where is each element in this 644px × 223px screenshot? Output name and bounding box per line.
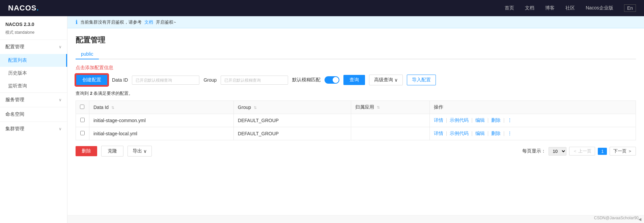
select-all-checkbox[interactable] [80,105,84,109]
sidebar-item-listener[interactable]: 监听查询 [0,80,67,92]
tab-public[interactable]: public [76,49,99,59]
bottom-left-actions: 删除 克隆 导出 ∨ [76,146,152,157]
alert-text2: 开启鉴权~ [156,19,176,25]
chevron-down-icon-export: ∨ [143,148,147,154]
table-header-actions: 操作 [429,101,636,114]
nav-enterprise[interactable]: Nacos企业版 [586,5,613,11]
export-button[interactable]: 导出 ∨ [128,146,152,157]
sidebar-item-history[interactable]: 历史版本 [0,67,67,80]
table-header-checkbox [76,101,89,114]
sort-icon-app[interactable]: ⇅ [377,105,380,109]
clone-button[interactable]: 克隆 [101,146,123,157]
toggle-switch[interactable] [325,76,339,84]
sort-icon-data-id[interactable]: ⇅ [111,106,114,110]
bottom-toolbar: 删除 克隆 导出 ∨ 每页显示： 10 20 50 ＜ 上一页 1 [76,146,636,157]
nav-community[interactable]: 社区 [565,5,575,11]
sidebar-group-namespace[interactable]: 命名空间 [0,107,67,121]
alert-text: 当前集群没有开启鉴权，请参考 [80,19,142,25]
query-button[interactable]: 查询 [343,75,365,85]
lang-switcher[interactable]: En [624,4,636,12]
row2-edit-link[interactable]: 编辑 [475,131,485,136]
table-header-group: Group ⇅ [234,101,351,114]
sidebar-group-config[interactable]: 配置管理 ∨ [0,40,67,54]
row1-actions: 详情 | 示例代码 | 编辑 | 删除 | ⋮ [429,114,636,127]
row1-edit-link[interactable]: 编辑 [475,117,485,123]
row2-detail-link[interactable]: 详情 [434,131,443,136]
row1-checkbox-cell [76,114,89,127]
toolbar: 创建配置 Data ID Group 默认模糊匹配 查询 高级查询 ∨ 导入配置 [76,74,636,86]
row2-data-id: initial-stage-local.yml [89,127,234,140]
table-header-app: 归属应用 ⇅ [351,101,429,114]
data-id-input[interactable] [132,76,199,85]
table-row: initial-stage-common.yml DEFAULT_GROUP 详… [76,114,636,127]
nav-blog[interactable]: 博客 [545,5,555,11]
tabs: public [76,49,636,59]
toggle-knob [333,77,339,83]
data-id-label: Data ID [112,77,128,83]
page-size-label: 每页显示： [522,148,546,154]
row1-detail-link[interactable]: 详情 [434,117,443,123]
page-content: 配置管理 public 点击添加配置信息 创建配置 Data ID Group … [67,28,644,215]
logo: NACOS. [8,4,39,12]
sidebar-version: NACOS 2.3.0 [0,16,67,28]
result-number: 2 [90,91,92,96]
main-content-area: ℹ 当前集群没有开启鉴权，请参考 文档 开启鉴权~ 配置管理 public 点击… [67,16,644,223]
group-label: Group [203,77,217,83]
advanced-query-button[interactable]: 高级查询 ∨ [369,75,403,85]
sidebar-service-section: 服务管理 ∨ [0,92,67,107]
page-title: 配置管理 [76,35,636,45]
row2-sample-link[interactable]: 示例代码 [450,131,469,136]
sidebar-cluster-section: 集群管理 ∨ [0,121,67,136]
sidebar-group-cluster[interactable]: 集群管理 ∨ [0,122,67,136]
top-nav-links: 首页 文档 博客 社区 Nacos企业版 En [505,4,636,12]
next-page-button[interactable]: 下一页 ＞ [610,147,636,156]
nav-docs[interactable]: 文档 [525,5,534,11]
row1-data-id: initial-stage-common.yml [89,114,234,127]
table-row: initial-stage-local.yml DEFAULT_GROUP 详情… [76,127,636,140]
sidebar-config-section: 配置管理 ∨ 配置列表 历史版本 监听查询 [0,39,67,92]
row2-more-button[interactable]: ⋮ [507,131,512,136]
group-input[interactable] [221,76,288,85]
sidebar-mode: 模式 standalone [0,28,67,39]
chevron-right-icon: ∨ [59,97,62,102]
main-layout: NACOS 2.3.0 模式 standalone 配置管理 ∨ 配置列表 历史… [0,16,644,223]
alert-link[interactable]: 文档 [144,19,153,25]
sidebar: NACOS 2.3.0 模式 standalone 配置管理 ∨ 配置列表 历史… [0,16,67,223]
top-navigation: NACOS. 首页 文档 博客 社区 Nacos企业版 En [0,0,644,16]
alert-bar: ℹ 当前集群没有开启鉴权，请参考 文档 开启鉴权~ [67,16,644,28]
chevron-down-icon-advanced: ∨ [394,77,398,83]
info-icon: ℹ [76,19,78,25]
row1-delete-link[interactable]: 删除 [491,117,501,123]
row2-app [351,127,429,140]
row2-actions: 详情 | 示例代码 | 编辑 | 删除 | ⋮ [429,127,636,140]
row1-checkbox[interactable] [80,118,85,122]
row2-checkbox[interactable] [80,131,85,135]
row2-checkbox-cell [76,127,89,140]
current-page: 1 [598,148,607,155]
nav-home[interactable]: 首页 [505,5,514,11]
config-table: Data Id ⇅ Group ⇅ 归属应用 ⇅ 操作 [76,101,636,140]
page-size-select[interactable]: 10 20 50 [549,147,566,156]
row1-more-button[interactable]: ⋮ [507,117,512,123]
hint-text: 点击添加配置信息 [76,65,636,71]
scroll-hint: ◀ [67,215,644,223]
pagination: 每页显示： 10 20 50 ＜ 上一页 1 下一页 ＞ [522,147,636,156]
fuzzy-toggle[interactable] [325,76,339,84]
row1-app [351,114,429,127]
result-count: 查询到 2 条满足要求的配置。 [76,90,636,96]
row2-delete-link[interactable]: 删除 [491,131,501,136]
chevron-down-icon: ∨ [59,45,62,49]
create-config-button[interactable]: 创建配置 [76,74,108,86]
chevron-down-icon-cluster: ∨ [59,127,62,131]
prev-page-button[interactable]: ＜ 上一页 [569,147,595,156]
sidebar-item-config-list[interactable]: 配置列表 [0,54,67,67]
sidebar-group-service[interactable]: 服务管理 ∨ [0,93,67,107]
sort-icon-group[interactable]: ⇅ [254,106,257,110]
table-header-data-id: Data Id ⇅ [89,101,234,114]
row1-sample-link[interactable]: 示例代码 [450,117,469,123]
import-config-button[interactable]: 导入配置 [407,75,436,85]
sidebar-namespace-section: 命名空间 [0,107,67,121]
row1-group: DEFAULT_GROUP [234,114,351,127]
fuzzy-match-label: 默认模糊匹配 [292,77,320,83]
delete-button[interactable]: 删除 [76,146,97,156]
